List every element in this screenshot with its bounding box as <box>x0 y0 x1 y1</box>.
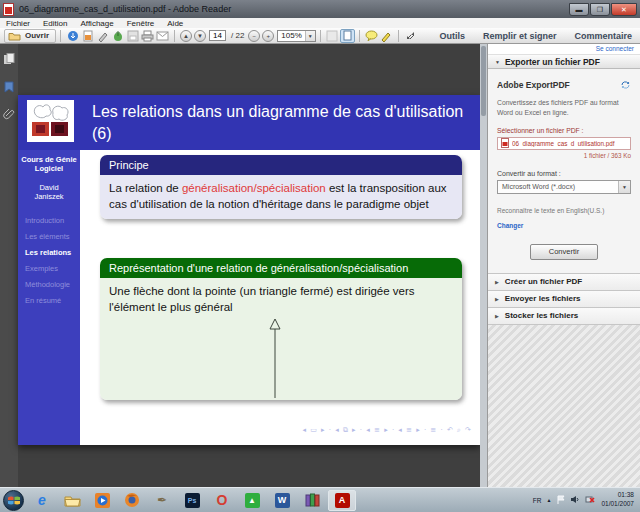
outline-elements[interactable]: Les éléments <box>18 229 80 245</box>
internet-explorer-icon[interactable]: e <box>28 490 56 511</box>
windows-explorer-icon[interactable] <box>58 490 86 511</box>
scrollbar-thumb[interactable] <box>481 46 486 116</box>
pen-app-icon[interactable]: ✒ <box>148 490 176 511</box>
open-button-label: Ouvrir <box>25 31 49 40</box>
volume-icon[interactable] <box>570 495 580 505</box>
outline-methodologie[interactable]: Méthodologie <box>18 277 80 293</box>
select-file-label: Sélectionner un fichier PDF : <box>497 127 631 134</box>
restore-button[interactable]: ❐ <box>590 3 610 16</box>
highlight-sign-icon[interactable] <box>379 29 394 42</box>
convert-format-label: Convertir au format : <box>497 170 631 177</box>
triangle-right-icon: ▶ <box>495 313 499 319</box>
menu-edition[interactable]: Edition <box>43 19 67 28</box>
outline-resume[interactable]: En résumé <box>18 293 80 309</box>
product-description: Convertissez des fichiers PDF au format … <box>497 98 631 118</box>
network-error-icon[interactable] <box>585 495 596 506</box>
photoshop-icon[interactable]: Ps <box>178 490 206 511</box>
convert-button[interactable]: Convertir <box>530 244 598 260</box>
pdf-slide: Les relations dans un diagramme de cas d… <box>18 95 480 445</box>
firefox-icon[interactable] <box>118 490 146 511</box>
convert-pdf-icon[interactable] <box>80 29 95 42</box>
adobe-reader-taskbar-icon[interactable]: A <box>328 490 356 511</box>
panel-hatched-area <box>488 325 640 487</box>
download-cloud-icon[interactable] <box>65 29 80 42</box>
menu-fichier[interactable]: Fichier <box>6 19 30 28</box>
minimize-button[interactable]: ▬ <box>569 3 589 16</box>
zoom-in-button[interactable]: + <box>262 30 274 42</box>
navigation-pane-strip <box>0 44 18 487</box>
outline-exemples[interactable]: Exemples <box>18 261 80 277</box>
principe-box: Principe La relation de généralisation/s… <box>100 155 462 219</box>
green-app-icon[interactable]: ▲ <box>238 490 266 511</box>
tray-time: 01:38 <box>601 491 634 500</box>
export-pdf-section-header[interactable]: ▼ Exporter un fichier PDF <box>488 55 640 69</box>
export-refresh-icon <box>620 76 631 94</box>
triangle-right-icon: ▶ <box>495 296 499 302</box>
separator <box>398 30 399 42</box>
sign-pen-icon[interactable] <box>95 29 110 42</box>
zoom-out-button[interactable]: − <box>248 30 260 42</box>
store-files-section[interactable]: ▶ Stocker les fichiers <box>488 308 640 325</box>
pdf-file-icon <box>501 138 509 148</box>
menu-aide[interactable]: Aide <box>167 19 183 28</box>
word-icon[interactable]: W <box>268 490 296 511</box>
representation-header: Représentation d'une relation de général… <box>100 258 462 278</box>
menu-affichage[interactable]: Affichage <box>80 19 113 28</box>
tools-panel-button[interactable]: Outils <box>439 31 465 41</box>
vertical-scrollbar[interactable] <box>480 44 487 487</box>
course-name: Cours de Génie Logiciel <box>18 155 80 174</box>
representation-text: Une flèche dont la pointe (un triangle f… <box>109 285 415 313</box>
principe-header: Principe <box>100 155 462 175</box>
next-page-button[interactable]: ▼ <box>194 30 206 42</box>
expand-icon[interactable] <box>403 29 418 42</box>
share-globe-icon[interactable] <box>110 29 125 42</box>
sign-in-link[interactable]: Se connecter <box>596 45 634 52</box>
comment-bubble-icon[interactable] <box>364 29 379 42</box>
export-header-label: Exporter un fichier PDF <box>505 57 600 67</box>
zoom-level-select[interactable]: 105% ▼ <box>277 30 315 42</box>
print-icon[interactable] <box>140 29 155 42</box>
change-language-link[interactable]: Changer <box>497 222 523 229</box>
window-title: 06_diagramme_cas_d_utilisation.pdf - Ado… <box>19 4 231 14</box>
fill-sign-panel-button[interactable]: Remplir et signer <box>483 31 557 41</box>
clock[interactable]: 01:38 01/01/2007 <box>601 491 637 509</box>
page-number-input[interactable] <box>209 30 226 41</box>
taskbar: e ✒ Ps O ▲ W A FR ▲ <box>0 487 640 512</box>
document-area[interactable]: Les relations dans un diagramme de cas d… <box>18 44 480 487</box>
outline-relations[interactable]: Les relations <box>18 245 80 261</box>
attachments-paperclip-icon[interactable] <box>3 106 15 124</box>
main-area: Les relations dans un diagramme de cas d… <box>0 44 640 487</box>
show-hidden-icons-button[interactable]: ▲ <box>547 497 552 503</box>
email-icon[interactable] <box>155 29 170 42</box>
chevron-down-icon[interactable]: ▼ <box>305 31 315 41</box>
language-indicator[interactable]: FR <box>533 497 542 504</box>
winrar-icon[interactable] <box>298 490 326 511</box>
format-select[interactable]: Microsoft Word (*.docx) ▼ <box>497 180 631 194</box>
system-tray: FR ▲ 01:38 01/01/2007 <box>533 491 637 509</box>
save-icon[interactable] <box>125 29 140 42</box>
media-player-icon[interactable] <box>88 490 116 511</box>
separator <box>60 30 61 42</box>
beamer-navigation-symbols[interactable]: ◂ ▭ ▸ · ◂ ⧉ ▸ · ◂ ≡ ▸ · ◂ ≡ ▸ · ≡ · ↶ ⌕ … <box>302 426 472 434</box>
page-thumbnails-icon[interactable] <box>3 52 15 70</box>
triangle-right-icon: ▶ <box>495 279 499 285</box>
university-logo <box>27 100 74 142</box>
create-pdf-section[interactable]: ▶ Créer un fichier PDF <box>488 274 640 291</box>
toolbar: Ouvrir ▲ ▼ / 22 − + 105% <box>0 28 640 44</box>
previous-page-button[interactable]: ▲ <box>180 30 192 42</box>
bookmarks-icon[interactable] <box>4 79 14 97</box>
start-button[interactable] <box>3 490 24 511</box>
fit-page-button[interactable] <box>340 29 355 43</box>
comment-panel-button[interactable]: Commentaire <box>574 31 632 41</box>
opera-icon[interactable]: O <box>208 490 236 511</box>
selected-file-box[interactable]: 06_diagramme_cas_d_utilisation.pdf <box>497 137 631 150</box>
selected-filename: 06_diagramme_cas_d_utilisation.pdf <box>512 140 615 147</box>
menu-fenetre[interactable]: Fenêtre <box>127 19 155 28</box>
action-center-flag-icon[interactable] <box>556 495 565 506</box>
author-name: David Janiszek <box>18 183 80 202</box>
send-files-section[interactable]: ▶ Envoyer les fichiers <box>488 291 640 308</box>
separator <box>174 30 175 42</box>
close-button[interactable]: ✕ <box>611 3 637 16</box>
outline-introduction[interactable]: Introduction <box>18 213 80 229</box>
open-button[interactable]: Ouvrir <box>4 29 56 43</box>
